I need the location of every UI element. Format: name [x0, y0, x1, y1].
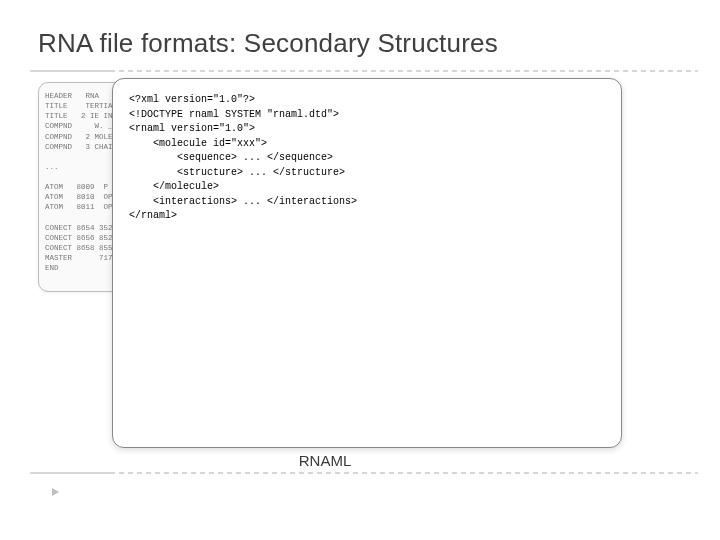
caption-label: RNAML — [0, 452, 650, 469]
slide: RNA file formats: Secondary Structures H… — [0, 0, 720, 540]
slide-title: RNA file formats: Secondary Structures — [38, 28, 682, 59]
content-area: HEADER RNA TITLE TERTIAR TITLE 2 IE INI … — [38, 78, 682, 460]
bullet-icon — [52, 488, 59, 496]
rnaml-card: <?xml version="1.0"?> <!DOCTYPE rnaml SY… — [112, 78, 622, 448]
rnaml-code: <?xml version="1.0"?> <!DOCTYPE rnaml SY… — [129, 93, 605, 224]
divider-bottom — [30, 470, 698, 476]
divider-top — [30, 68, 698, 74]
